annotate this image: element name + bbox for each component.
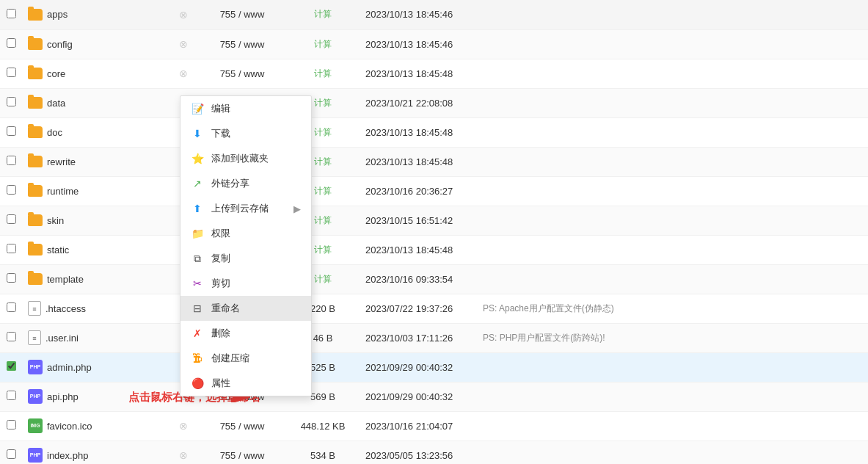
date-cell: 2021/09/29 00:40:32 — [360, 352, 477, 382]
table-row[interactable]: runtime⊗755 / www计算2023/10/16 20:36:27 — [0, 176, 868, 206]
context-menu-item-edit[interactable]: 📝 编辑 — [180, 96, 311, 121]
file-name-text[interactable]: data — [47, 98, 65, 109]
file-name-text[interactable]: doc — [47, 127, 62, 138]
file-name-text[interactable]: index.php — [47, 450, 88, 461]
lock-cell: ⊗ — [169, 59, 198, 88]
table-row[interactable]: rewrite⊗755 / www计算2023/10/13 18:45:48 — [0, 147, 868, 176]
table-row[interactable]: config⊗755 / www计算2023/10/13 18:45:46 — [0, 29, 868, 59]
row-checkbox[interactable] — [7, 332, 16, 341]
table-row[interactable]: data⊗755 / www计算2023/10/21 22:08:08 — [0, 88, 868, 117]
compute-button[interactable]: 计算 — [314, 185, 332, 197]
submenu-arrow-icon: ▶ — [293, 203, 301, 214]
table-row[interactable]: ≡.htaccess⊗755 / www220 B2023/07/22 19:3… — [0, 294, 868, 323]
file-name-text[interactable]: favicon.ico — [47, 421, 92, 432]
table-row[interactable]: skin⊗755 / www计算2023/10/15 16:51:42 — [0, 206, 868, 235]
row-checkbox[interactable] — [7, 156, 16, 165]
row-checkbox[interactable] — [7, 9, 16, 18]
table-row[interactable]: PHPindex.php⊗755 / www534 B2023/05/05 13… — [0, 441, 868, 464]
row-checkbox[interactable] — [7, 302, 16, 312]
menu-item-label: 编辑 — [211, 102, 230, 115]
date-cell: 2021/09/29 00:40:32 — [360, 382, 477, 411]
note-cell — [477, 206, 868, 235]
table-row[interactable]: doc⊗755 / www计算2023/10/13 18:45:48 — [0, 117, 868, 147]
date-cell: 2023/10/15 16:51:42 — [360, 206, 477, 235]
file-name-text[interactable]: .htaccess — [45, 303, 86, 314]
compute-button[interactable]: 计算 — [314, 8, 332, 21]
context-menu-item-upload[interactable]: ⬆ 上传到云存储 ▶ — [180, 196, 311, 221]
row-checkbox[interactable] — [7, 185, 16, 195]
context-menu-item-props[interactable]: 🔴 属性 — [180, 371, 311, 396]
compute-button[interactable]: 计算 — [314, 97, 332, 109]
table-row[interactable]: core⊗755 / www计算2023/10/13 18:45:48 — [0, 59, 868, 88]
folder-icon — [28, 244, 43, 255]
row-checkbox[interactable] — [7, 244, 16, 253]
row-checkbox[interactable] — [7, 97, 16, 106]
lock-icon: ⊗ — [179, 449, 188, 461]
file-name-text[interactable]: template — [47, 274, 84, 285]
file-name-text[interactable]: static — [47, 244, 69, 255]
copy-icon: ⧉ — [191, 252, 204, 265]
table-row[interactable]: template⊗755 / www计算2023/10/16 09:33:54 — [0, 264, 868, 294]
compute-button[interactable]: 计算 — [314, 156, 332, 168]
compute-button[interactable]: 计算 — [314, 273, 332, 286]
file-icon: ≡ — [28, 330, 41, 345]
context-menu-item-compress[interactable]: 🗜 创建压缩 — [180, 346, 311, 371]
row-checkbox[interactable] — [7, 38, 16, 48]
table-row[interactable]: ≡.user.ini⊗644 / root46 B2023/10/03 17:1… — [0, 323, 868, 352]
compute-button[interactable]: 计算 — [314, 68, 332, 80]
note-cell — [477, 264, 868, 294]
checkbox-cell — [0, 206, 22, 235]
compute-button[interactable]: 计算 — [314, 126, 332, 139]
row-checkbox[interactable] — [7, 214, 16, 224]
checkbox-cell — [0, 441, 22, 464]
row-checkbox[interactable] — [7, 420, 16, 429]
php-icon: PHP — [28, 360, 43, 374]
note-text: PS: PHP用户配置文件(防跨站)! — [483, 333, 605, 343]
context-menu-item-cut[interactable]: ✂ 剪切 — [180, 271, 311, 296]
table-row[interactable]: static⊗755 / www计算2023/10/13 18:45:48 — [0, 235, 868, 264]
file-name-text[interactable]: runtime — [47, 186, 79, 197]
row-checkbox[interactable] — [7, 361, 16, 371]
file-name-text[interactable]: core — [47, 68, 65, 79]
compute-button[interactable]: 计算 — [314, 214, 332, 227]
context-menu-item-copy[interactable]: ⧉ 复制 — [180, 246, 311, 271]
file-name-cell: ≡.htaccess — [22, 294, 169, 323]
menu-item-label: 重命名 — [211, 302, 240, 315]
php-icon: PHP — [28, 389, 43, 404]
context-menu-item-perms[interactable]: 📁 权限 — [180, 221, 311, 246]
note-cell — [477, 0, 868, 29]
compute-button[interactable]: 计算 — [314, 38, 332, 51]
file-name-text[interactable]: admin.php — [47, 362, 92, 373]
menu-item-label: 下载 — [211, 127, 230, 140]
date-cell: 2023/10/13 18:45:46 — [360, 0, 477, 29]
size-cell: 计算 — [286, 29, 360, 59]
share-icon: ↗ — [191, 177, 204, 190]
context-menu-item-rename[interactable]: ⊟ 重命名 — [180, 296, 311, 321]
checkbox-cell — [0, 352, 22, 382]
context-menu-item-download[interactable]: ⬇ 下载 — [180, 121, 311, 146]
row-checkbox[interactable] — [7, 391, 16, 400]
file-name-text[interactable]: rewrite — [47, 156, 76, 167]
checkbox-cell — [0, 323, 22, 352]
compute-button[interactable]: 计算 — [314, 244, 332, 256]
file-name-text[interactable]: .user.ini — [45, 333, 79, 344]
table-row[interactable]: IMGfavicon.ico⊗755 / www448.12 KB2023/10… — [0, 411, 868, 441]
file-name-text[interactable]: skin — [47, 215, 64, 226]
file-name-text[interactable]: config — [47, 39, 73, 50]
download-icon: ⬇ — [191, 127, 204, 140]
context-menu-item-delete[interactable]: ✗ 删除 — [180, 321, 311, 346]
row-checkbox[interactable] — [7, 68, 16, 77]
row-checkbox[interactable] — [7, 449, 16, 459]
context-menu: 📝 编辑 ⬇ 下载 ⭐ 添加到收藏夹 ↗ 外链分享 ⬆ 上传到云存储 ▶ 📁 权… — [180, 95, 312, 396]
file-name-text[interactable]: apps — [47, 10, 68, 21]
file-name-text[interactable]: api.php — [47, 391, 79, 402]
context-menu-item-share[interactable]: ↗ 外链分享 — [180, 171, 311, 196]
checkbox-cell — [0, 176, 22, 206]
table-row[interactable]: PHPadmin.php755 / www525 B2021/09/29 00:… — [0, 352, 868, 382]
context-menu-item-favorite[interactable]: ⭐ 添加到收藏夹 — [180, 146, 311, 171]
table-row[interactable]: apps⊗755 / www计算2023/10/13 18:45:46 — [0, 0, 868, 29]
lock-cell: ⊗ — [169, 441, 198, 464]
row-checkbox[interactable] — [7, 126, 16, 136]
row-checkbox[interactable] — [7, 273, 16, 283]
perms-cell: 755 / www — [198, 411, 286, 441]
